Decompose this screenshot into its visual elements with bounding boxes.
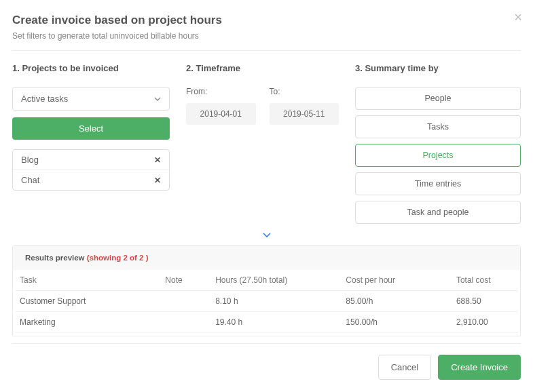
cell-cost: 150.00/h xyxy=(342,312,452,333)
select-projects-button[interactable]: Select xyxy=(12,117,170,140)
timeframe-from-input[interactable]: 2019-04-01 xyxy=(186,103,256,125)
modal-subtitle: Set filters to generate total uninvoiced… xyxy=(12,31,521,41)
section-timeframe-title: 2. Timeframe xyxy=(186,63,339,73)
chip-label: Blog xyxy=(21,155,39,165)
table-row: Marketing19.40 h150.00/h2,910.00 xyxy=(16,312,517,333)
results-label: Results preview xyxy=(25,254,87,262)
timeframe-to-label: To: xyxy=(270,87,339,96)
summary-option[interactable]: Task and people xyxy=(355,201,521,224)
create-invoice-button[interactable]: Create Invoice xyxy=(438,355,521,380)
cell-task: Customer Support xyxy=(16,291,161,312)
selected-projects-list: Blog✕Chat✕ xyxy=(12,149,170,191)
cell-task: Marketing xyxy=(16,312,161,333)
col-total: Total cost xyxy=(452,270,517,291)
selected-project-chip: Blog✕ xyxy=(13,150,169,170)
table-row: Customer Support8.10 h85.00/h688.50 xyxy=(16,291,517,312)
cell-total: 2,910.00 xyxy=(452,312,517,333)
results-count: (showing 2 of 2 ) xyxy=(87,254,149,262)
modal-title: Create invoice based on project hours xyxy=(12,14,521,27)
close-icon[interactable]: × xyxy=(514,9,522,25)
results-table: Task Note Hours (27.50h total) Cost per … xyxy=(16,270,517,333)
cell-hours: 19.40 h xyxy=(211,312,342,333)
col-note: Note xyxy=(161,270,211,291)
summary-option[interactable]: People xyxy=(355,87,521,110)
col-hours: Hours (27.50h total) xyxy=(211,270,342,291)
cell-note xyxy=(161,291,211,312)
chevron-down-icon xyxy=(154,96,161,102)
selected-project-chip: Chat✕ xyxy=(13,170,169,190)
summary-option[interactable]: Tasks xyxy=(355,115,521,138)
cancel-button[interactable]: Cancel xyxy=(378,355,431,380)
collapse-toggle[interactable] xyxy=(12,229,521,242)
remove-chip-icon[interactable]: ✕ xyxy=(154,176,161,185)
results-preview-panel: Results preview (showing 2 of 2 ) Task N… xyxy=(12,245,521,336)
cell-hours: 8.10 h xyxy=(211,291,342,312)
projects-filter-dropdown[interactable]: Active tasks xyxy=(12,87,170,111)
summary-option[interactable]: Time entries xyxy=(355,172,521,195)
section-projects-title: 1. Projects to be invoiced xyxy=(12,63,170,73)
cell-note xyxy=(161,312,211,333)
divider xyxy=(12,50,521,51)
timeframe-from-label: From: xyxy=(186,87,256,96)
summary-options: PeopleTasksProjectsTime entriesTask and … xyxy=(355,87,521,224)
col-cost: Cost per hour xyxy=(342,270,452,291)
section-summary-title: 3. Summary time by xyxy=(355,63,521,73)
remove-chip-icon[interactable]: ✕ xyxy=(154,155,161,165)
col-task: Task xyxy=(16,270,161,291)
timeframe-to-input[interactable]: 2019-05-11 xyxy=(270,103,339,125)
summary-option[interactable]: Projects xyxy=(355,144,521,167)
cell-total: 688.50 xyxy=(452,291,517,312)
cell-cost: 85.00/h xyxy=(342,291,452,312)
projects-filter-value: Active tasks xyxy=(21,94,68,104)
chip-label: Chat xyxy=(21,175,39,185)
